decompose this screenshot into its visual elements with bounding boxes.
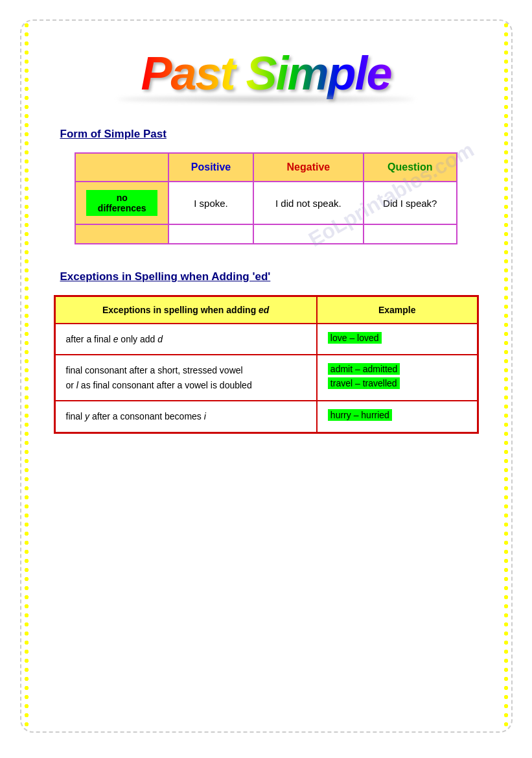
exc-rule-2-text: final consonant after a short, stressed … — [66, 365, 252, 390]
exc-header-rule-cell: Exceptions in spelling when adding ed — [54, 296, 317, 324]
title-wrapper: Past Simple — [54, 47, 479, 100]
form-table: Positive Negative Question no difference… — [75, 152, 457, 244]
exc-example-2b-text: travel – travelled — [328, 377, 400, 389]
section-form-of-simple-past: Form of Simple Past Positive Negative Qu… — [54, 128, 479, 244]
exc-example-3-text: hurry – hurried — [328, 409, 392, 421]
exc-row-1: after a final e only add d love – loved — [54, 324, 478, 355]
right-border-dots — [500, 21, 513, 731]
section-exceptions: Exceptions in Spelling when Adding 'ed' … — [54, 270, 479, 434]
positive-label: Positive — [191, 161, 231, 172]
form-header-empty — [75, 153, 168, 182]
form-cell-question: Did I speak? — [364, 182, 457, 224]
exc-example-2: admit – admitted travel – travelled — [317, 355, 478, 401]
form-spacer-col2 — [168, 224, 253, 244]
exc-example-1-text: love – loved — [328, 332, 382, 344]
section1-heading: Form of Simple Past — [60, 128, 479, 141]
exc-rule-3-text: final y after a consonant becomes i — [66, 411, 206, 421]
exc-rule-3: final y after a consonant becomes i — [54, 401, 317, 432]
section2-heading: Exceptions in Spelling when Adding 'ed' — [60, 270, 479, 283]
title-underline-decoration — [117, 97, 415, 102]
exc-header-row: Exceptions in spelling when adding ed Ex… — [54, 296, 478, 324]
exc-rule-1-text: after a final e only add d — [66, 334, 163, 344]
exc-header-rule-em: ed — [259, 305, 269, 315]
exc-row-3: final y after a consonant becomes i hurr… — [54, 401, 478, 432]
form-cell-nodiff: no differences — [75, 182, 168, 224]
form-table-spacer-row — [75, 224, 456, 244]
form-table-row: no differences I spoke. I did not speak.… — [75, 182, 456, 224]
form-spacer-col1 — [75, 224, 168, 244]
form-cell-positive: I spoke. — [168, 182, 253, 224]
exc-example-1: love – loved — [317, 324, 478, 355]
left-border-dots — [20, 21, 33, 731]
form-spacer-col3 — [253, 224, 364, 244]
exc-rule-1: after a final e only add d — [54, 324, 317, 355]
exc-example-3: hurry – hurried — [317, 401, 478, 432]
form-cell-negative: I did not speak. — [253, 182, 364, 224]
title-section: Past Simple — [54, 47, 479, 102]
exc-rule-2: final consonant after a short, stressed … — [54, 355, 317, 401]
form-spacer-col4 — [364, 224, 457, 244]
form-header-question: Question — [364, 153, 457, 182]
negative-label: Negative — [287, 161, 330, 172]
form-header-positive: Positive — [168, 153, 253, 182]
exceptions-table: Exceptions in spelling when adding ed Ex… — [54, 295, 479, 434]
exc-row-2: final consonant after a short, stressed … — [54, 355, 478, 401]
page-title: Past Simple — [141, 47, 391, 100]
question-label: Question — [387, 161, 432, 172]
exc-example-2a-text: admit – admitted — [328, 363, 400, 375]
exc-header-example-cell: Example — [317, 296, 478, 324]
form-header-negative: Negative — [253, 153, 364, 182]
page: EoLprintables.com Past Simple Form of Si… — [20, 19, 513, 733]
no-differences-badge: no differences — [86, 190, 157, 216]
form-table-header-row: Positive Negative Question — [75, 153, 456, 182]
exc-header-rule-text: Exceptions in spelling when adding — [102, 305, 256, 315]
